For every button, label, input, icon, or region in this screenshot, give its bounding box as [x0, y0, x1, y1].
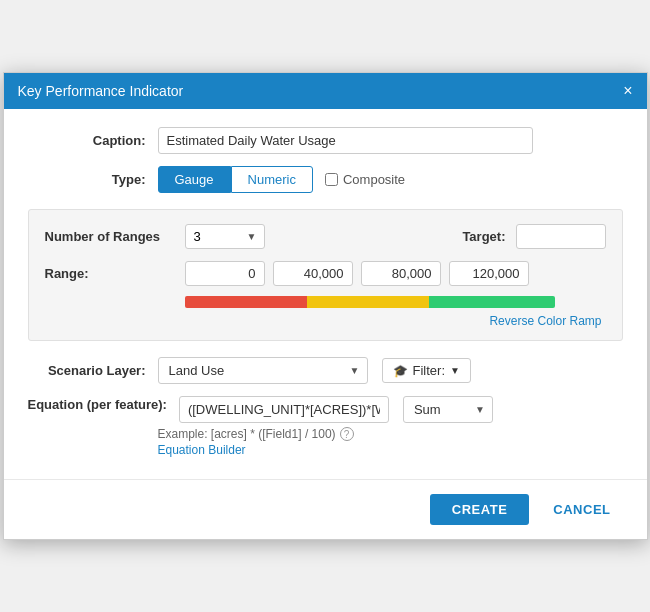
gauge-button[interactable]: Gauge: [158, 166, 231, 193]
cancel-button[interactable]: CANCEL: [537, 494, 626, 525]
scenario-label: Scenario Layer:: [28, 363, 158, 378]
ranges-label: Number of Ranges: [45, 229, 185, 244]
range-input-1[interactable]: [273, 261, 353, 286]
ranges-select[interactable]: 3 2 4 5: [185, 224, 265, 249]
equation-label: Equation (per feature):: [28, 396, 179, 414]
range-inputs-group: [185, 261, 529, 286]
reverse-color-ramp-link[interactable]: Reverse Color Ramp: [185, 314, 606, 328]
composite-checkbox-input[interactable]: [325, 173, 338, 186]
create-button[interactable]: CREATE: [430, 494, 529, 525]
numeric-button[interactable]: Numeric: [231, 166, 313, 193]
filter-icon: 🎓: [393, 364, 408, 378]
ranges-count-row: Number of Ranges 3 2 4 5 ▼ Target:: [45, 224, 606, 249]
type-button-group: Gauge Numeric: [158, 166, 313, 193]
equation-hint-row: Example: [acres] * ([Field1] / 100) ?: [158, 427, 623, 441]
caption-input[interactable]: [158, 127, 533, 154]
filter-button[interactable]: 🎓 Filter: ▼: [382, 358, 471, 383]
sum-select-wrapper: Sum Average Count ▼: [403, 396, 493, 423]
range-input-0[interactable]: [185, 261, 265, 286]
color-ramp-container: Reverse Color Ramp: [185, 296, 606, 328]
range-input-3[interactable]: [449, 261, 529, 286]
dialog-body: Caption: Type: Gauge Numeric Composite N…: [4, 109, 647, 469]
color-ramp: [185, 296, 555, 308]
equation-hint-text: Example: [acres] * ([Field1] / 100): [158, 427, 336, 441]
help-icon[interactable]: ?: [340, 427, 354, 441]
filter-label: Filter:: [413, 363, 446, 378]
close-button[interactable]: ×: [623, 83, 632, 99]
equation-controls: Sum Average Count ▼: [179, 396, 493, 423]
type-row: Type: Gauge Numeric Composite: [28, 166, 623, 193]
filter-dropdown-arrow: ▼: [450, 365, 460, 376]
range-values-row: Range:: [45, 261, 606, 286]
ranges-select-wrapper: 3 2 4 5 ▼: [185, 224, 265, 249]
composite-label: Composite: [343, 172, 405, 187]
type-label: Type:: [28, 172, 158, 187]
scenario-select[interactable]: Land Use: [158, 357, 368, 384]
range-label: Range:: [45, 266, 185, 281]
target-label: Target:: [462, 229, 505, 244]
scenario-row: Scenario Layer: Land Use ▼ 🎓 Filter: ▼: [28, 357, 623, 384]
composite-checkbox[interactable]: Composite: [325, 172, 405, 187]
equation-builder-link[interactable]: Equation Builder: [158, 443, 623, 457]
sum-select[interactable]: Sum Average Count: [403, 396, 493, 423]
dialog-footer: CREATE CANCEL: [4, 479, 647, 539]
equation-row: Equation (per feature): Sum Average Coun…: [28, 396, 623, 423]
equation-input-row: Sum Average Count ▼: [179, 396, 493, 423]
scenario-select-wrapper: Land Use ▼: [158, 357, 368, 384]
range-input-2[interactable]: [361, 261, 441, 286]
caption-row: Caption:: [28, 127, 623, 154]
ranges-section: Number of Ranges 3 2 4 5 ▼ Target: Range…: [28, 209, 623, 341]
dialog-header: Key Performance Indicator ×: [4, 73, 647, 109]
caption-label: Caption:: [28, 133, 158, 148]
target-input[interactable]: [516, 224, 606, 249]
dialog-title: Key Performance Indicator: [18, 83, 184, 99]
dialog-container: Key Performance Indicator × Caption: Typ…: [3, 72, 648, 540]
equation-input[interactable]: [179, 396, 389, 423]
